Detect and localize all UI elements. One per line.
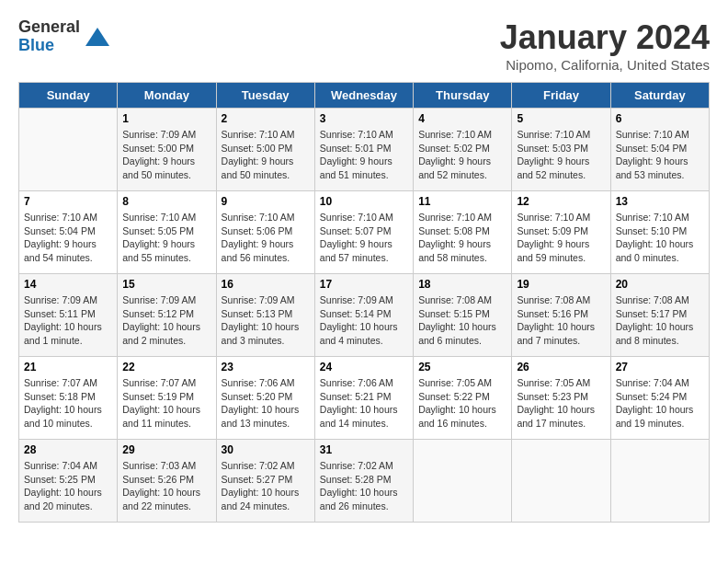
calendar-cell: 25Sunrise: 7:05 AMSunset: 5:22 PMDayligh… xyxy=(414,357,512,440)
day-info: Sunrise: 7:10 AMSunset: 5:10 PMDaylight:… xyxy=(616,211,704,265)
calendar-cell: 7Sunrise: 7:10 AMSunset: 5:04 PMDaylight… xyxy=(19,191,118,274)
calendar-cell: 30Sunrise: 7:02 AMSunset: 5:27 PMDayligh… xyxy=(216,440,314,523)
day-info: Sunrise: 7:06 AMSunset: 5:21 PMDaylight:… xyxy=(320,376,408,431)
day-info: Sunrise: 7:10 AMSunset: 5:03 PMDaylight:… xyxy=(517,128,605,182)
day-info: Sunrise: 7:05 AMSunset: 5:23 PMDaylight:… xyxy=(517,376,605,431)
calendar-cell: 15Sunrise: 7:09 AMSunset: 5:12 PMDayligh… xyxy=(118,274,216,357)
header-day-monday: Monday xyxy=(118,83,216,109)
logo-icon xyxy=(84,23,111,51)
calendar-cell xyxy=(414,440,512,523)
day-info: Sunrise: 7:10 AMSunset: 5:04 PMDaylight:… xyxy=(24,211,112,265)
calendar-cell: 16Sunrise: 7:09 AMSunset: 5:13 PMDayligh… xyxy=(216,274,314,357)
day-info: Sunrise: 7:08 AMSunset: 5:16 PMDaylight:… xyxy=(517,293,605,348)
day-number: 28 xyxy=(24,443,112,456)
day-number: 23 xyxy=(222,361,310,373)
calendar-cell: 21Sunrise: 7:07 AMSunset: 5:18 PMDayligh… xyxy=(19,357,118,440)
calendar-cell: 5Sunrise: 7:10 AMSunset: 5:03 PMDaylight… xyxy=(512,109,610,191)
day-info: Sunrise: 7:09 AMSunset: 5:00 PMDaylight:… xyxy=(122,128,210,182)
day-number: 26 xyxy=(517,361,605,373)
day-number: 5 xyxy=(517,112,605,125)
calendar-cell: 14Sunrise: 7:09 AMSunset: 5:11 PMDayligh… xyxy=(19,274,118,357)
calendar-cell: 4Sunrise: 7:10 AMSunset: 5:02 PMDaylight… xyxy=(414,109,512,191)
header-day-saturday: Saturday xyxy=(610,83,709,109)
logo-general-text: General xyxy=(18,18,80,37)
day-number: 25 xyxy=(418,361,506,373)
day-number: 7 xyxy=(24,195,112,208)
calendar-cell: 6Sunrise: 7:10 AMSunset: 5:04 PMDaylight… xyxy=(610,109,709,191)
calendar-cell: 19Sunrise: 7:08 AMSunset: 5:16 PMDayligh… xyxy=(512,274,610,357)
day-info: Sunrise: 7:04 AMSunset: 5:24 PMDaylight:… xyxy=(616,376,704,431)
day-info: Sunrise: 7:09 AMSunset: 5:12 PMDaylight:… xyxy=(122,293,210,348)
location-text: Nipomo, California, United States xyxy=(500,57,710,73)
day-info: Sunrise: 7:10 AMSunset: 5:06 PMDaylight:… xyxy=(222,211,310,265)
day-info: Sunrise: 7:10 AMSunset: 5:07 PMDaylight:… xyxy=(320,211,408,265)
header-day-tuesday: Tuesday xyxy=(216,83,314,109)
calendar-cell: 31Sunrise: 7:02 AMSunset: 5:28 PMDayligh… xyxy=(314,440,413,523)
day-number: 11 xyxy=(418,195,506,208)
calendar-cell: 1Sunrise: 7:09 AMSunset: 5:00 PMDaylight… xyxy=(118,109,216,191)
day-info: Sunrise: 7:05 AMSunset: 5:22 PMDaylight:… xyxy=(418,376,506,431)
day-number: 16 xyxy=(222,278,310,291)
week-row-1: 1Sunrise: 7:09 AMSunset: 5:00 PMDaylight… xyxy=(19,109,710,191)
week-row-2: 7Sunrise: 7:10 AMSunset: 5:04 PMDaylight… xyxy=(19,191,710,274)
calendar-cell: 24Sunrise: 7:06 AMSunset: 5:21 PMDayligh… xyxy=(314,357,413,440)
day-number: 31 xyxy=(320,443,408,456)
calendar-cell: 11Sunrise: 7:10 AMSunset: 5:08 PMDayligh… xyxy=(414,191,512,274)
day-number: 6 xyxy=(616,112,704,125)
week-row-4: 21Sunrise: 7:07 AMSunset: 5:18 PMDayligh… xyxy=(19,357,710,440)
day-number: 29 xyxy=(122,443,210,456)
day-info: Sunrise: 7:09 AMSunset: 5:14 PMDaylight:… xyxy=(320,293,408,348)
page-header: General Blue January 2024 Nipomo, Califo… xyxy=(18,18,710,73)
calendar-cell: 22Sunrise: 7:07 AMSunset: 5:19 PMDayligh… xyxy=(118,357,216,440)
day-number: 17 xyxy=(320,278,408,291)
day-number: 19 xyxy=(517,278,605,291)
day-number: 1 xyxy=(122,112,210,125)
day-info: Sunrise: 7:07 AMSunset: 5:19 PMDaylight:… xyxy=(122,376,210,431)
calendar-cell: 2Sunrise: 7:10 AMSunset: 5:00 PMDaylight… xyxy=(216,109,314,191)
logo-blue-text: Blue xyxy=(18,37,80,55)
header-day-sunday: Sunday xyxy=(19,83,118,109)
day-number: 4 xyxy=(418,112,506,125)
calendar-cell: 8Sunrise: 7:10 AMSunset: 5:05 PMDaylight… xyxy=(118,191,216,274)
day-info: Sunrise: 7:06 AMSunset: 5:20 PMDaylight:… xyxy=(222,376,310,431)
day-info: Sunrise: 7:09 AMSunset: 5:13 PMDaylight:… xyxy=(222,293,310,348)
calendar-cell: 20Sunrise: 7:08 AMSunset: 5:17 PMDayligh… xyxy=(610,274,709,357)
calendar-cell: 9Sunrise: 7:10 AMSunset: 5:06 PMDaylight… xyxy=(216,191,314,274)
day-number: 24 xyxy=(320,361,408,373)
day-number: 13 xyxy=(616,195,704,208)
day-info: Sunrise: 7:07 AMSunset: 5:18 PMDaylight:… xyxy=(24,376,112,431)
day-info: Sunrise: 7:10 AMSunset: 5:05 PMDaylight:… xyxy=(122,211,210,265)
day-number: 15 xyxy=(122,278,210,291)
day-number: 2 xyxy=(222,112,310,125)
calendar-cell: 18Sunrise: 7:08 AMSunset: 5:15 PMDayligh… xyxy=(414,274,512,357)
day-info: Sunrise: 7:08 AMSunset: 5:17 PMDaylight:… xyxy=(616,293,704,348)
day-number: 18 xyxy=(418,278,506,291)
day-number: 20 xyxy=(616,278,704,291)
calendar-cell: 13Sunrise: 7:10 AMSunset: 5:10 PMDayligh… xyxy=(610,191,709,274)
header-day-friday: Friday xyxy=(512,83,610,109)
day-number: 30 xyxy=(222,443,310,456)
calendar-cell: 27Sunrise: 7:04 AMSunset: 5:24 PMDayligh… xyxy=(610,357,709,440)
calendar-cell: 29Sunrise: 7:03 AMSunset: 5:26 PMDayligh… xyxy=(118,440,216,523)
header-day-wednesday: Wednesday xyxy=(314,83,413,109)
day-info: Sunrise: 7:10 AMSunset: 5:09 PMDaylight:… xyxy=(517,211,605,265)
calendar-cell xyxy=(610,440,709,523)
title-section: January 2024 Nipomo, California, United … xyxy=(500,18,710,73)
calendar-cell: 3Sunrise: 7:10 AMSunset: 5:01 PMDaylight… xyxy=(314,109,413,191)
logo: General Blue xyxy=(18,18,111,55)
calendar-cell: 12Sunrise: 7:10 AMSunset: 5:09 PMDayligh… xyxy=(512,191,610,274)
calendar-cell xyxy=(19,109,118,191)
header-day-thursday: Thursday xyxy=(414,83,512,109)
header-row: SundayMondayTuesdayWednesdayThursdayFrid… xyxy=(19,83,710,109)
day-info: Sunrise: 7:09 AMSunset: 5:11 PMDaylight:… xyxy=(24,293,112,348)
svg-marker-0 xyxy=(85,28,109,46)
calendar-cell: 23Sunrise: 7:06 AMSunset: 5:20 PMDayligh… xyxy=(216,357,314,440)
day-number: 9 xyxy=(222,195,310,208)
day-number: 21 xyxy=(24,361,112,373)
day-number: 10 xyxy=(320,195,408,208)
day-info: Sunrise: 7:10 AMSunset: 5:08 PMDaylight:… xyxy=(418,211,506,265)
day-info: Sunrise: 7:10 AMSunset: 5:01 PMDaylight:… xyxy=(320,128,408,182)
calendar-cell: 17Sunrise: 7:09 AMSunset: 5:14 PMDayligh… xyxy=(314,274,413,357)
day-info: Sunrise: 7:03 AMSunset: 5:26 PMDaylight:… xyxy=(122,459,210,513)
day-number: 27 xyxy=(616,361,704,373)
